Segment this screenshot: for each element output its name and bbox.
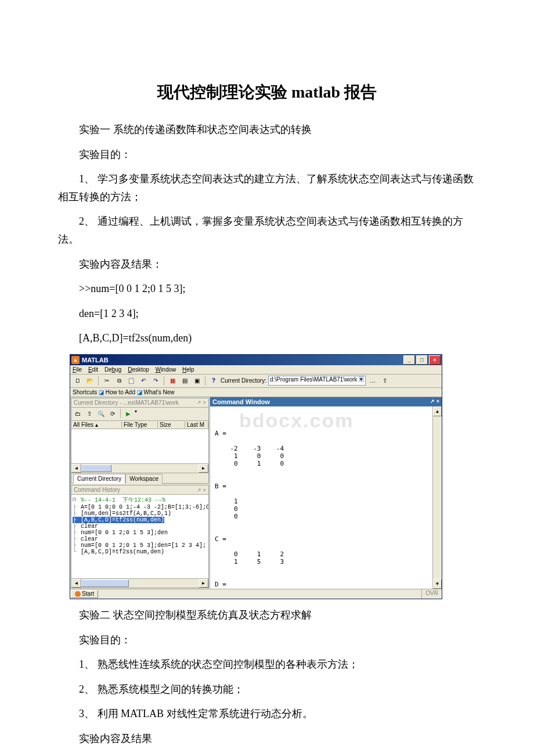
exp2-content-label: 实验内容及结果: [58, 730, 476, 748]
scroll-right-icon[interactable]: ►: [199, 464, 208, 473]
refresh-icon[interactable]: ⟳: [107, 409, 118, 419]
scroll-up-icon[interactable]: ▲: [433, 406, 442, 416]
exp2-item-1: 1、 熟悉线性连续系统的状态空间控制模型的各种表示方法；: [58, 656, 476, 674]
tab-current-directory[interactable]: Current Directory: [73, 474, 125, 484]
cmdwin-undock-icon[interactable]: ↗: [430, 398, 435, 405]
curdir-panel-title[interactable]: Current Directory - ...es\MATLAB71\work …: [71, 398, 208, 408]
history-hscroll[interactable]: ◄ ►: [71, 578, 208, 588]
panel-close-icon[interactable]: ×: [203, 399, 206, 405]
exp1-content-label: 实验内容及结果：: [58, 255, 476, 273]
history-scroll-right-icon[interactable]: ►: [199, 579, 208, 588]
shortcuts-bar: Shortcuts ◪ How to Add ◪ What's New: [70, 388, 442, 397]
cmdwin-close-icon[interactable]: ×: [436, 398, 439, 405]
run-icon[interactable]: ▶: [123, 409, 134, 419]
file-list[interactable]: [71, 429, 208, 463]
redo-icon[interactable]: ↷: [150, 376, 161, 386]
curdir-combo[interactable]: d:\Program Files\MATLAB71\work: [268, 376, 366, 386]
history-panel-title[interactable]: Command History ↗ ×: [71, 485, 208, 495]
go-up-icon[interactable]: ⇧: [84, 409, 95, 419]
curdir-hscroll[interactable]: ◄ ►: [71, 463, 208, 473]
copy-icon[interactable]: ⧉: [114, 376, 124, 386]
undo-icon[interactable]: ↶: [138, 376, 149, 386]
exp2-purpose-label: 实验目的：: [58, 631, 476, 649]
main-toolbar: 🗋 📂 ✂ ⧉ 📋 ↶ ↷ ▦ ▤ ▣ ? Current Directory:…: [70, 375, 442, 388]
matlab-icon: ▲: [71, 356, 80, 364]
tab-workspace[interactable]: Workspace: [125, 474, 163, 484]
profiler-icon[interactable]: ▣: [192, 376, 202, 386]
matlab-window: ▲ MATLAB _ □ × File Edit Debug Desktop W…: [70, 354, 442, 599]
history-close-icon[interactable]: ×: [203, 487, 206, 493]
menu-window[interactable]: Window: [156, 366, 176, 373]
menu-debug[interactable]: Debug: [104, 366, 121, 373]
simulink-icon[interactable]: ▦: [167, 376, 178, 386]
command-window-title[interactable]: Command Window ↗ ×: [210, 397, 442, 406]
menu-edit[interactable]: Edit: [88, 366, 98, 373]
exp1-heading: 实验一 系统的传递函数阵和状态空间表达式的转换: [58, 121, 476, 139]
curdir-toolbar: 🗀 ⇧ 🔍 ⟳ ▶ ▾: [71, 408, 208, 421]
cut-icon[interactable]: ✂: [102, 376, 112, 386]
minimize-button[interactable]: _: [403, 355, 415, 365]
shortcut-new-icon[interactable]: ◪: [137, 389, 142, 395]
scroll-left-icon[interactable]: ◄: [71, 464, 81, 473]
menu-file[interactable]: File: [73, 366, 82, 373]
command-history[interactable]: ⊟%-- 14-4-1 下午12:43 --% ├A=[0 1 0;0 0 1;…: [71, 495, 208, 578]
up-dir-icon[interactable]: ⇧: [380, 376, 390, 386]
close-button[interactable]: ×: [429, 355, 441, 365]
paste-icon[interactable]: 📋: [126, 376, 136, 386]
maximize-button[interactable]: □: [416, 355, 428, 365]
exp1-purpose-2: 2、 通过编程、上机调试，掌握多变量系统状态空间表达式与传递函数相互转换的方法。: [58, 213, 476, 248]
shortcut-how-to-add[interactable]: How to Add: [106, 389, 135, 395]
code-line-1: >>num=[0 0 1 2;0 1 5 3];: [58, 280, 476, 298]
shortcut-whats-new[interactable]: What's New: [144, 389, 175, 395]
col-file-type[interactable]: File Type: [122, 422, 158, 428]
find-icon[interactable]: 🔍: [96, 409, 106, 419]
file-list-header: All Files ▴ File Type Size Last M: [71, 421, 208, 429]
ovr-indicator: OVR: [421, 589, 442, 599]
window-title: MATLAB: [82, 357, 109, 363]
menu-desktop[interactable]: Desktop: [128, 366, 149, 373]
help-icon[interactable]: ?: [208, 376, 219, 386]
open-file-icon[interactable]: 📂: [85, 376, 95, 386]
exp1-purpose-label: 实验目的：: [58, 146, 476, 164]
curdir-label: Current Directory:: [221, 377, 266, 384]
exp2-item-2: 2、 熟悉系统模型之间的转换功能；: [58, 681, 476, 699]
watermark: bdocx.com: [239, 409, 353, 432]
code-line-2: den=[1 2 3 4];: [58, 305, 476, 323]
browse-dir-icon[interactable]: …: [367, 376, 378, 386]
history-scroll-left-icon[interactable]: ◄: [71, 579, 81, 588]
scroll-down-icon[interactable]: ▼: [433, 579, 442, 589]
command-window[interactable]: bdocx.com A = -2 -3 -4 1 0 0 0 1 0 B = 1…: [210, 406, 432, 589]
left-tab-bar: Current Directory Workspace: [71, 473, 208, 483]
code-line-3: [A,B,C,D]=tf2ss(num,den): [58, 329, 476, 347]
panel-undock-icon[interactable]: ↗: [197, 399, 201, 405]
history-undock-icon[interactable]: ↗: [197, 487, 201, 493]
exp2-heading: 实验二 状态空间控制模型系统仿真及状态方程求解: [58, 606, 476, 624]
cmdwin-vscroll[interactable]: ▲ ▼: [432, 406, 442, 589]
start-button[interactable]: Start: [71, 590, 98, 598]
col-size[interactable]: Size: [158, 422, 185, 428]
col-all-files[interactable]: All Files ▴: [71, 422, 122, 428]
start-icon: [75, 591, 81, 597]
new-file-icon[interactable]: 🗋: [73, 376, 83, 386]
command-output: A = -2 -3 -4 1 0 0 0 1 0 B = 1 0 0 C = 0…: [215, 430, 428, 589]
menu-bar: File Edit Debug Desktop Window Help: [70, 365, 442, 375]
doc-title: 现代控制理论实验 matlab 报告: [58, 81, 476, 103]
menu-help[interactable]: Help: [182, 366, 194, 373]
status-bar: Start OVR: [70, 589, 442, 599]
guide-icon[interactable]: ▤: [179, 376, 190, 386]
shortcuts-label: Shortcuts: [73, 389, 97, 395]
window-titlebar[interactable]: ▲ MATLAB _ □ ×: [70, 355, 442, 365]
col-last-mod[interactable]: Last M: [185, 422, 208, 428]
exp1-purpose-1: 1、 学习多变量系统状态空间表达式的建立方法、了解系统状态空间表达式与传递函数相…: [58, 170, 476, 206]
exp2-item-3: 3、 利用 MATLAB 对线性定常系统进行动态分析。: [58, 705, 476, 723]
new-folder-icon[interactable]: 🗀: [73, 409, 83, 419]
shortcut-add-icon[interactable]: ◪: [99, 389, 104, 395]
